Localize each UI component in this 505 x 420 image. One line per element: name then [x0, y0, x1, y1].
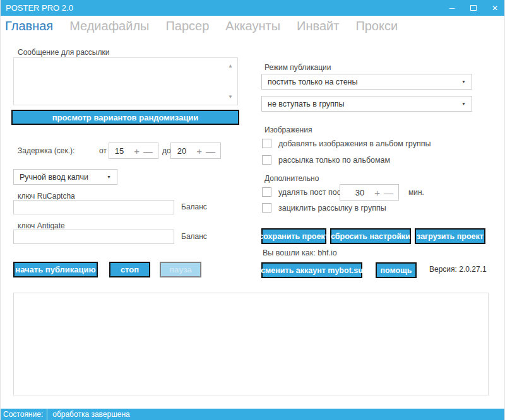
rucaptcha-label: ключ RuCaptcha — [18, 192, 75, 201]
status-divider — [47, 409, 47, 420]
plus-icon[interactable]: + — [196, 146, 202, 156]
close-button[interactable]: ✕ — [484, 0, 505, 16]
minutes-label: мин. — [408, 188, 424, 197]
minus-icon[interactable]: — — [143, 146, 153, 156]
delay-label: Задержка (сек.): — [18, 146, 74, 155]
logged-in-text: Вы вошли как: bhf.io — [263, 248, 337, 257]
tab-parser[interactable]: Парсер — [157, 19, 217, 33]
load-project-button[interactable]: загрузить проект — [415, 228, 485, 244]
log-listbox[interactable] — [13, 293, 489, 395]
tab-bar: Главная Медиафайлы Парсер Аккаунты Инвай… — [5, 19, 406, 33]
publication-mode-label: Режим публикации — [264, 63, 331, 72]
antigate-label: ключ Antigate — [18, 221, 65, 230]
reset-settings-button[interactable]: сбросить настройки — [330, 228, 411, 244]
delay-to-value: 20 — [177, 146, 186, 156]
albums-only-checkbox[interactable] — [262, 155, 271, 165]
delay-to-spinner[interactable]: 20 + — — [170, 143, 221, 159]
change-account-button[interactable]: сменить аккаунт mybot.su — [261, 262, 362, 278]
delay-from-spinner[interactable]: 15 + — — [109, 143, 158, 159]
title-bar: POSTER PRO 2.0 ─ ✕ — [1, 0, 505, 16]
delay-from-label: от — [99, 146, 107, 155]
captcha-mode-select[interactable]: Ручной ввод капчи ▼ — [13, 169, 117, 185]
antigate-key-input[interactable] — [13, 230, 174, 244]
loop-mailing-checkbox[interactable] — [262, 203, 271, 213]
tab-invite[interactable]: Инвайт — [288, 19, 347, 33]
message-label: Сообщение для рассылки — [18, 48, 109, 57]
publication-mode-select[interactable]: постить только на стены ▼ — [261, 74, 472, 90]
albums-only-label: рассылка только по альбомам — [278, 156, 390, 165]
pause-button: пауза — [160, 262, 201, 277]
minus-icon[interactable]: — — [384, 188, 393, 197]
rucaptcha-key-input[interactable] — [13, 200, 174, 214]
status-bar: Состояние: обработка завершена — [1, 409, 505, 420]
rucaptcha-balance-label: Баланс — [181, 202, 207, 211]
randomize-preview-button[interactable]: просмотр вариантов рандомизации — [11, 110, 239, 125]
chevron-down-icon: ▼ — [461, 79, 466, 84]
minimize-button[interactable]: ─ — [441, 0, 463, 16]
add-images-label: добавлять изображения в альбом группы — [278, 139, 431, 148]
window-controls: ─ ✕ — [441, 0, 505, 16]
chevron-down-icon: ▼ — [461, 102, 466, 106]
status-label: Состояние: — [1, 410, 47, 419]
start-publication-button[interactable]: начать публикацию — [13, 262, 98, 277]
images-section-label: Изображения — [264, 125, 312, 134]
help-button[interactable]: помощь — [376, 262, 417, 278]
save-project-button[interactable]: сохранить проект — [261, 228, 326, 244]
tab-mediafiles[interactable]: Медиафайлы — [61, 19, 157, 33]
captcha-mode-value: Ручной ввод капчи — [20, 173, 88, 182]
scroll-down-icon[interactable]: ▼ — [228, 94, 233, 100]
minimize-icon: ─ — [449, 4, 455, 13]
delay-from-value: 15 — [115, 146, 124, 156]
close-icon: ✕ — [492, 4, 498, 13]
tab-accounts[interactable]: Аккаунты — [217, 19, 288, 33]
additional-section-label: Дополнительно — [264, 174, 319, 183]
delete-minutes-value: 30 — [355, 188, 364, 197]
maximize-button[interactable] — [463, 0, 484, 16]
antigate-balance-label: Баланс — [181, 232, 207, 241]
window-title: POSTER PRO 2.0 — [6, 0, 73, 16]
loop-mailing-label: зациклить рассылку в группы — [278, 204, 386, 213]
chevron-down-icon: ▼ — [107, 175, 111, 179]
message-textarea[interactable]: ▲ ▼ — [13, 57, 238, 105]
plus-icon[interactable]: + — [374, 188, 380, 197]
group-join-value: не вступать в группы — [268, 100, 345, 108]
maximize-icon — [470, 5, 477, 11]
publication-mode-value: постить только на стены — [268, 78, 358, 86]
stop-button[interactable]: стоп — [109, 262, 150, 277]
plus-icon[interactable]: + — [134, 146, 140, 156]
scroll-up-icon[interactable]: ▲ — [228, 63, 233, 69]
status-value: обработка завершена — [47, 410, 130, 419]
app-window: POSTER PRO 2.0 ─ ✕ Главная Медиафайлы Па… — [0, 0, 505, 420]
minus-icon[interactable]: — — [206, 146, 215, 156]
delete-post-checkbox[interactable] — [262, 187, 271, 197]
group-join-select[interactable]: не вступать в группы ▼ — [261, 96, 472, 112]
add-images-checkbox[interactable] — [262, 139, 271, 148]
tab-main[interactable]: Главная — [5, 19, 61, 33]
version-text: Версия: 2.0.27.1 — [429, 265, 487, 274]
tab-proxy[interactable]: Прокси — [347, 19, 406, 33]
delay-to-label: до — [162, 146, 171, 155]
delete-minutes-spinner[interactable]: 30 + — — [340, 184, 399, 201]
